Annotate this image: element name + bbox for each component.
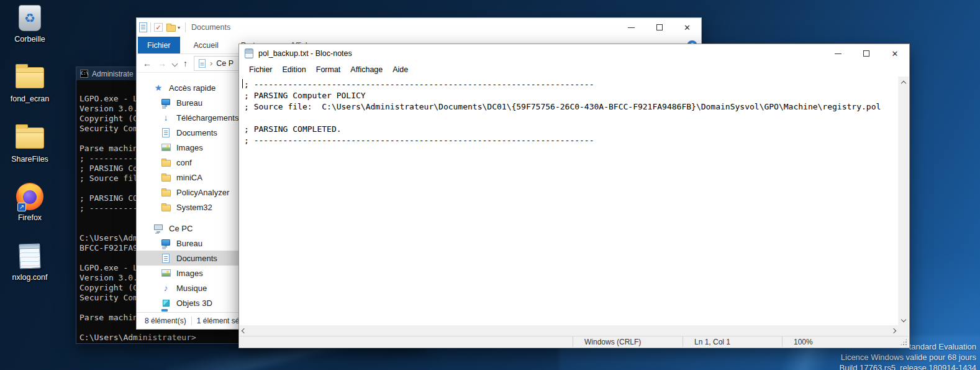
- text-line: ; PARSING COMPLETED.: [244, 124, 898, 135]
- sidebar-item-label: Téléchargements: [176, 113, 238, 123]
- documents-window-icon: [139, 22, 147, 32]
- back-button[interactable]: ←: [143, 58, 152, 68]
- tab-fichier[interactable]: Fichier: [138, 37, 180, 53]
- menu-fichier[interactable]: Fichier: [244, 65, 278, 74]
- desktop-icon-nxlog-conf[interactable]: nxlog.conf: [1, 242, 58, 282]
- resize-grip[interactable]: [900, 338, 907, 346]
- sidebar-item-label: Documents: [176, 254, 217, 263]
- sidebar-item-label: Images: [176, 269, 203, 278]
- menu-affichage[interactable]: Affichage: [345, 65, 388, 74]
- menu-format[interactable]: Format: [311, 65, 346, 74]
- sidebar-item-label: System32: [176, 203, 212, 212]
- qat-properties-icon[interactable]: ✓: [154, 23, 163, 32]
- folder-icon: [161, 175, 171, 182]
- forward-button[interactable]: →: [158, 58, 166, 68]
- scroll-down-icon[interactable]: [901, 317, 905, 321]
- folder-icon: [161, 190, 171, 197]
- shortcut-arrow-icon: ↗: [17, 203, 26, 211]
- notepad-window-title: pol_backup.txt - Bloc-notes: [258, 49, 352, 58]
- text-line: ; --------------------------------------…: [244, 79, 898, 90]
- desktop: ♻ Corbeille fond_ecran ShareFiles ↗ Fire…: [0, 0, 980, 370]
- notepad-statusbar: Windows (CRLF) Ln 1, Col 1 100%: [240, 336, 909, 347]
- desktop-icon-label: ShareFiles: [1, 155, 58, 164]
- document-icon: [162, 254, 170, 263]
- notepad-maximize-button[interactable]: [852, 44, 881, 63]
- desktop-icon-label: Corbeille: [1, 35, 58, 44]
- horizontal-scrollbar[interactable]: [240, 325, 898, 336]
- notepad-close-button[interactable]: ✕: [881, 44, 909, 63]
- text-line: ; --------------------------------------…: [244, 135, 898, 146]
- notepad-file-icon: [19, 243, 40, 269]
- sidebar-item-label: Objets 3D: [176, 298, 212, 308]
- scroll-up-icon[interactable]: [901, 80, 905, 85]
- qat-new-folder-icon[interactable]: [166, 25, 176, 32]
- explorer-window-title: Documents: [191, 23, 230, 32]
- breadcrumb[interactable]: Ce P: [216, 59, 234, 68]
- text-line: ; PARSING Computer POLICY: [244, 90, 898, 101]
- eol-indicator: Windows (CRLF): [573, 336, 683, 347]
- tab-accueil[interactable]: Accueil: [185, 37, 227, 53]
- sidebar-item-label: Accès rapide: [169, 83, 216, 93]
- scrollbar-corner: [898, 325, 909, 336]
- desktop-icon-sharefiles[interactable]: ShareFiles: [1, 124, 58, 164]
- notepad-text-area[interactable]: ; --------------------------------------…: [240, 76, 898, 325]
- explorer-close-button[interactable]: ✕: [673, 18, 701, 37]
- qat-dropdown-icon[interactable]: ▾: [178, 25, 180, 30]
- firefox-icon: ↗: [16, 183, 43, 210]
- watermark-line: Build 17763.rs5_release.180914-1434: [840, 363, 976, 370]
- partial-sidebar-item-icon[interactable]: [161, 309, 168, 312]
- sidebar-item-label: conf: [176, 158, 192, 167]
- sidebar-item-label: Ce PC: [169, 224, 193, 233]
- folder-icon: [161, 160, 171, 167]
- folder-icon: [16, 67, 44, 88]
- sidebar-item-label: Bureau: [176, 239, 202, 248]
- cmd-window-title: Administrate: [92, 70, 134, 78]
- menu-aide[interactable]: Aide: [388, 65, 413, 74]
- sidebar-item-label: Images: [176, 143, 203, 152]
- explorer-maximize-button[interactable]: [645, 18, 673, 37]
- sidebar-item-label: Documents: [176, 128, 217, 137]
- folder-icon: [161, 205, 171, 211]
- download-icon: ↓: [161, 113, 171, 123]
- desktop-icon: [161, 239, 170, 246]
- cube-icon: [163, 300, 170, 307]
- desktop-icon-label: Firefox: [1, 213, 58, 222]
- notepad-titlebar[interactable]: pol_backup.txt - Bloc-notes ✕: [239, 44, 909, 63]
- notepad-minimize-button[interactable]: [823, 44, 852, 63]
- sidebar-item-label: Musique: [176, 284, 207, 293]
- sidebar-item-label: PolicyAnalyzer: [176, 188, 229, 197]
- desktop-icon-label: nxlog.conf: [1, 273, 58, 282]
- document-icon: [162, 128, 170, 137]
- pictures-icon: [161, 144, 171, 151]
- desktop-icon: [161, 99, 170, 105]
- text-line: ; Source file: C:\Users\Administrateur\D…: [244, 101, 898, 113]
- sidebar-item-label: miniCA: [176, 173, 202, 182]
- scroll-right-icon[interactable]: [891, 328, 896, 333]
- cmd-icon: C:\: [80, 70, 88, 78]
- up-button[interactable]: ↑: [183, 58, 188, 68]
- desktop-icon-corbeille[interactable]: ♻ Corbeille: [1, 4, 58, 44]
- breadcrumb-separator: ›: [210, 58, 212, 68]
- recycle-bin-icon: ♻: [19, 5, 41, 31]
- vertical-scrollbar[interactable]: [898, 76, 909, 325]
- recent-locations-icon[interactable]: [172, 61, 178, 67]
- menu-edition[interactable]: Edition: [278, 65, 311, 74]
- cursor-position: Ln 1, Col 1: [683, 336, 782, 347]
- desktop-icon-fond-ecran[interactable]: fond_ecran: [1, 63, 58, 103]
- explorer-titlebar[interactable]: ✓ ▾ Documents ✕: [137, 18, 701, 37]
- scroll-left-icon[interactable]: [242, 328, 247, 333]
- sidebar-item-label: Bureau: [176, 98, 202, 108]
- notepad-app-icon: [245, 49, 253, 58]
- folder-icon: [16, 127, 44, 149]
- pictures-icon: [161, 269, 171, 277]
- watermark-line: Licence Windows valide pour 68 jours: [840, 352, 976, 363]
- zoom-level: 100%: [782, 336, 900, 347]
- explorer-minimize-button[interactable]: [617, 18, 645, 37]
- selected-count: 1 élément sé: [197, 317, 240, 325]
- text-caret: [242, 79, 243, 88]
- location-icon: [199, 59, 206, 68]
- desktop-icon-firefox[interactable]: ↗ Firefox: [1, 182, 58, 222]
- notepad-window: pol_backup.txt - Bloc-notes ✕ Fichier Ed…: [238, 44, 910, 348]
- quick-access-star-icon: ★: [153, 83, 163, 93]
- notepad-menubar: Fichier Edition Format Affichage Aide: [239, 63, 909, 76]
